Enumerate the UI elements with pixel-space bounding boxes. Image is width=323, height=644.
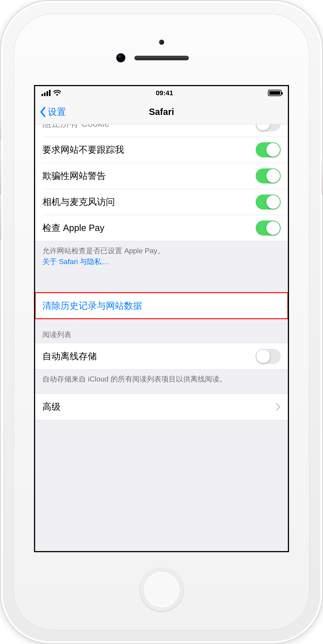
earpiece-speaker <box>134 56 189 60</box>
page-title: Safari <box>149 107 174 117</box>
battery-icon <box>268 90 282 96</box>
reading-list-footer: 自动存储来自 iCloud 的所有阅读列表项目以供离线阅读。 <box>35 370 288 394</box>
toggle-auto-offline[interactable] <box>256 349 280 364</box>
back-label: 设置 <box>48 106 66 118</box>
volume-up-button <box>0 159 1 195</box>
row-camera-mic[interactable]: 相机与麦克风访问 <box>35 189 288 215</box>
cellular-signal-icon <box>42 90 50 96</box>
toggle-apple-pay[interactable] <box>256 220 280 236</box>
power-button <box>322 159 323 195</box>
phone-frame: 09:41 设置 Safari <box>0 0 323 644</box>
status-time: 09:41 <box>156 89 173 97</box>
row-label: 自动离线存储 <box>42 350 97 362</box>
clear-history-group: 清除历史记录与网站数据 <box>35 292 288 319</box>
chevron-right-icon <box>276 403 280 411</box>
screen: 09:41 设置 Safari <box>34 85 289 552</box>
proximity-sensor <box>159 40 164 45</box>
mute-switch <box>0 118 1 140</box>
home-button[interactable] <box>140 568 183 611</box>
about-safari-privacy-link[interactable]: 关于 Safari 与隐私… <box>42 258 109 266</box>
row-label: 欺骗性网站警告 <box>42 170 106 182</box>
toggle-do-not-track[interactable] <box>256 142 280 157</box>
row-advanced[interactable]: 高级 <box>35 394 288 420</box>
row-label: 清除历史记录与网站数据 <box>42 300 142 312</box>
row-label: 高级 <box>42 400 60 413</box>
toggle-block-cookies[interactable] <box>256 124 280 131</box>
reading-list-header: 阅读列表 <box>35 319 288 343</box>
row-auto-offline[interactable]: 自动离线存储 <box>35 343 288 369</box>
row-fraud-warning[interactable]: 欺骗性网站警告 <box>35 163 288 189</box>
row-do-not-track[interactable]: 要求网站不要跟踪我 <box>35 137 288 163</box>
nav-bar: 设置 Safari <box>35 100 288 124</box>
row-label: 检查 Apple Pay <box>42 222 104 234</box>
row-block-cookies[interactable]: 阻止所有 Cookie <box>35 124 288 137</box>
chevron-left-icon <box>40 107 46 117</box>
back-button[interactable]: 设置 <box>40 100 66 124</box>
volume-down-button <box>0 204 1 240</box>
wifi-icon <box>53 90 61 96</box>
row-check-apple-pay[interactable]: 检查 Apple Pay <box>35 215 288 241</box>
toggle-camera-mic[interactable] <box>256 194 280 210</box>
apple-pay-footer: 允许网站检查是否已设置 Apple Pay。 关于 Safari 与隐私… <box>35 241 288 276</box>
row-label: 相机与麦克风访问 <box>42 196 115 208</box>
clear-history-button[interactable]: 清除历史记录与网站数据 <box>35 293 288 319</box>
toggle-fraud-warning[interactable] <box>256 168 280 184</box>
settings-content[interactable]: 阻止所有 Cookie 要求网站不要跟踪我 欺骗性网站警告 <box>35 124 288 551</box>
front-camera <box>116 53 125 62</box>
status-bar: 09:41 <box>35 86 288 100</box>
row-label: 阻止所有 Cookie <box>42 124 110 130</box>
footer-text: 允许网站检查是否已设置 Apple Pay。 <box>42 247 164 255</box>
row-label: 要求网站不要跟踪我 <box>42 144 124 156</box>
